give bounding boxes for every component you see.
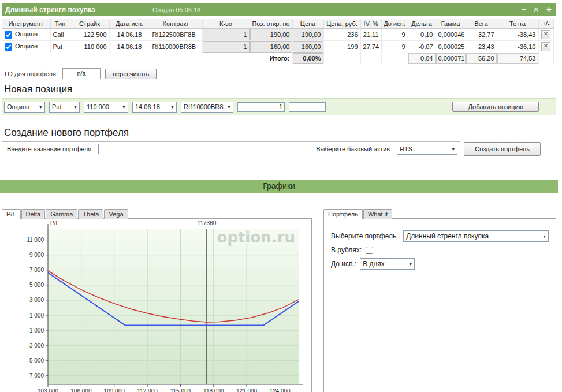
create-portfolio-button[interactable]: Создать портфель — [464, 142, 541, 156]
qty-input[interactable] — [237, 102, 285, 112]
col-iv[interactable]: IV. % — [360, 19, 381, 29]
portfolio-title: Длинный стренгл покупка — [5, 3, 144, 16]
col-qty[interactable]: К-во — [202, 19, 250, 29]
portfolio-name-label: Введите название портфеля — [5, 145, 94, 152]
col-strike[interactable]: Страйк — [70, 19, 109, 29]
svg-text:103 000: 103 000 — [38, 388, 59, 392]
totals-theta: -74,53 — [497, 53, 538, 64]
svg-text:106 000: 106 000 — [70, 388, 92, 392]
tab-portfolio[interactable]: Портфель — [323, 209, 363, 219]
strike-select[interactable]: 110 000▼ — [84, 102, 128, 113]
qty-cell[interactable]: 1 — [202, 29, 250, 41]
col-gamma[interactable]: Гамма — [436, 19, 466, 29]
svg-text:112 000: 112 000 — [137, 388, 158, 392]
gamma-cell: 0,000025 — [436, 41, 466, 53]
collapse-icon[interactable]: − — [522, 3, 526, 16]
svg-text:3 000: 3 000 — [29, 297, 44, 303]
col-exp-date[interactable]: Дата исп. — [109, 19, 150, 29]
open-pos-cell[interactable]: 160,00 — [250, 41, 292, 53]
base-asset-select[interactable]: RTS▼ — [397, 144, 457, 155]
col-open-pos[interactable]: Поз. откр. по — [250, 19, 292, 29]
rubles-label: В рублях: — [331, 246, 362, 254]
new-position-band: Опцион▼ Put▼ 110 000▼ 14.06.18▼ RI110000… — [2, 98, 556, 115]
pl-chart: option.ru103 000106 000109 000112 000115… — [3, 219, 311, 392]
portfolio-name-input[interactable] — [98, 144, 286, 154]
vega-cell: 23,43 — [466, 41, 497, 53]
iv-cell: 21,11 — [360, 29, 381, 41]
go-value-field[interactable]: n/a — [62, 68, 101, 79]
exp-date-cell: 14.06.18 — [109, 41, 150, 53]
instrument-select[interactable]: Опцион▼ — [4, 102, 45, 113]
price-rub-cell: 236 — [323, 29, 360, 41]
tab-delta[interactable]: Delta — [21, 209, 46, 219]
exp-date-cell: 14.06.18 — [109, 29, 150, 41]
recalculate-button[interactable]: пересчитать — [105, 69, 157, 79]
svg-text:7 000: 7 000 — [29, 267, 44, 273]
go-row: ГО для портфеля: n/a пересчитать — [2, 68, 556, 79]
chevron-down-icon: ▼ — [170, 105, 174, 109]
qty-cell[interactable]: 1 — [202, 41, 250, 53]
col-delta[interactable]: Дельта — [408, 19, 436, 29]
type-cell: Call — [50, 29, 70, 41]
col-contract[interactable]: Контракт — [150, 19, 202, 29]
table-header-row: Инструмент Тип Страйк Дата исп. Контракт… — [2, 19, 553, 29]
days-cell: 9 — [381, 41, 408, 53]
tab-gamma[interactable]: Gamma — [46, 209, 77, 219]
price-cell[interactable]: 160,00 — [292, 41, 323, 53]
chevron-down-icon: ▼ — [39, 105, 43, 109]
iv-cell: 27,74 — [360, 41, 381, 53]
portfolio-created-date: Создан 05.06.18 — [144, 5, 200, 14]
chevron-down-icon: ▼ — [122, 105, 126, 109]
totals-delta: 0,04 — [408, 53, 436, 64]
portfolio-titlebar: Длинный стренгл покупка Создан 05.06.18 … — [2, 3, 556, 16]
col-type[interactable]: Тип — [50, 19, 70, 29]
col-instrument[interactable]: Инструмент — [2, 19, 50, 29]
days-label: До исп.: — [331, 260, 356, 268]
tab-pl[interactable]: P/L — [2, 209, 21, 219]
chevron-down-icon: ▼ — [408, 262, 412, 266]
tab-vega[interactable]: Vega — [104, 209, 128, 219]
col-days[interactable]: До исп. — [381, 19, 408, 29]
svg-text:-3 000: -3 000 — [28, 342, 44, 349]
col-theta[interactable]: Тетта — [497, 19, 538, 29]
table-row: Опцион Put 110 000 14.06.18 RI110000BR8B… — [2, 41, 553, 53]
contract-cell: RI122500BF8B — [150, 29, 202, 41]
settings-tabs: Портфель What if — [323, 208, 556, 218]
portfolio-select[interactable]: Длинный стренгл покупка▼ — [403, 230, 549, 242]
exp-date-select[interactable]: 14.06.18▼ — [132, 102, 177, 113]
chart-tabs: P/L Delta Gamma Theta Vega — [2, 208, 312, 218]
delete-row-icon[interactable]: ✕ — [541, 42, 550, 51]
svg-text:9 000: 9 000 — [29, 252, 44, 258]
tab-theta[interactable]: Theta — [78, 209, 103, 219]
contract-cell: RI110000BR8B — [150, 41, 202, 53]
gamma-cell: 0,000046 — [436, 29, 466, 41]
row-checkbox[interactable] — [5, 43, 12, 51]
price-input[interactable] — [289, 102, 326, 112]
chevron-down-icon: ▼ — [451, 147, 455, 151]
svg-text:115 000: 115 000 — [170, 388, 191, 392]
svg-text:option.ru: option.ru — [217, 229, 295, 246]
theta-cell: -38,43 — [497, 29, 538, 41]
settings-panel: Портфель What if Выберите портфель Длинн… — [323, 208, 556, 392]
contract-select[interactable]: RI110000BR8B▼ — [181, 102, 233, 113]
tab-what-if[interactable]: What if — [363, 209, 392, 219]
svg-text:-7 000: -7 000 — [28, 372, 44, 379]
col-vega[interactable]: Вега — [466, 19, 497, 29]
svg-text:P/L: P/L — [50, 220, 59, 226]
open-pos-cell[interactable]: 190,00 — [250, 29, 292, 41]
chevron-down-icon: ▼ — [73, 105, 77, 109]
add-icon[interactable]: + — [546, 3, 552, 16]
rubles-checkbox[interactable] — [366, 247, 373, 254]
col-price[interactable]: Цена — [292, 19, 323, 29]
panels-row: P/L Delta Gamma Theta Vega option.ru103 … — [2, 208, 556, 392]
days-select[interactable]: В днях▼ — [360, 258, 415, 270]
option-type-select[interactable]: Put▼ — [49, 102, 80, 113]
delete-row-icon[interactable]: ✕ — [541, 30, 550, 39]
col-price-rub[interactable]: Цена, руб. — [323, 19, 360, 29]
price-cell[interactable]: 190,00 — [292, 29, 323, 41]
totals-vega: 56,20 — [466, 53, 497, 64]
strike-cell: 122 500 — [70, 29, 109, 41]
row-checkbox[interactable] — [5, 31, 12, 39]
close-icon[interactable]: ✕ — [533, 3, 539, 16]
add-position-button[interactable]: Добавить позицию — [452, 102, 539, 112]
